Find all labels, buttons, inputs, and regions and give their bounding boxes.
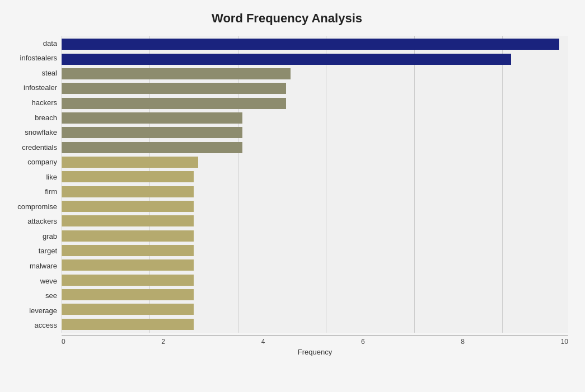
bar-row-compromise: [62, 200, 568, 213]
bar-row-see: [62, 288, 568, 301]
bar-malware: [62, 259, 194, 271]
y-label-grab: grab: [43, 229, 57, 243]
bar-see: [62, 289, 194, 300]
x-tick-2: 2: [161, 338, 165, 346]
y-label-snowflake: snowflake: [25, 125, 57, 140]
x-tick-10: 10: [561, 338, 568, 346]
bar-row-malware: [62, 258, 568, 272]
bar-row-grab: [62, 229, 568, 243]
bar-target: [62, 245, 194, 256]
bar-row-target: [62, 244, 568, 257]
y-label-steal: steal: [42, 65, 57, 80]
x-axis-area: 0246810 Frequency: [6, 335, 568, 356]
bar-row-data: [62, 37, 568, 51]
bar-row-snowflake: [62, 126, 568, 139]
bar-row-infostealers: [62, 53, 568, 66]
bar-row-company: [62, 155, 568, 169]
bar-row-weve: [62, 273, 568, 287]
bar-row-steal: [62, 67, 568, 81]
y-label-compromise: compromise: [17, 199, 57, 214]
bar-data: [62, 39, 559, 50]
y-label-like: like: [46, 169, 57, 184]
y-label-infostealer: infostealer: [24, 81, 57, 95]
chart-container: Word Frequency Analysis datainfostealers…: [0, 0, 585, 392]
x-tick-6: 6: [361, 338, 365, 346]
x-tick-4: 4: [261, 338, 265, 346]
bar-weve: [62, 275, 194, 286]
bar-row-hackers: [62, 97, 568, 110]
bar-like: [62, 171, 194, 182]
bar-row-breach: [62, 111, 568, 125]
bar-access: [62, 319, 194, 330]
bar-row-attackers: [62, 214, 568, 228]
y-axis: datainfostealersstealinfostealerhackersb…: [6, 36, 62, 333]
y-label-target: target: [39, 244, 57, 258]
x-axis-label: Frequency: [62, 348, 568, 356]
bar-row-like: [62, 170, 568, 183]
x-tick-0: 0: [62, 338, 65, 346]
bar-company: [62, 157, 198, 168]
y-label-credentials: credentials: [22, 140, 57, 154]
y-label-malware: malware: [30, 258, 57, 273]
bar-infostealer: [62, 83, 286, 94]
bar-attackers: [62, 215, 194, 226]
bar-hackers: [62, 98, 286, 109]
y-label-access: access: [35, 318, 57, 333]
y-label-leverage: leverage: [29, 303, 57, 318]
plot-area: [62, 36, 568, 333]
bar-row-access: [62, 318, 568, 331]
bar-row-firm: [62, 185, 568, 199]
bar-breach: [62, 112, 242, 124]
y-label-data: data: [43, 36, 57, 50]
y-label-attackers: attackers: [27, 214, 57, 229]
y-label-firm: firm: [45, 185, 57, 199]
bar-leverage: [62, 304, 194, 315]
y-label-breach: breach: [35, 110, 57, 125]
bar-row-credentials: [62, 141, 568, 154]
x-tick-8: 8: [461, 338, 465, 346]
y-label-see: see: [45, 289, 57, 303]
bar-row-infostealer: [62, 82, 568, 95]
y-label-company: company: [27, 155, 57, 169]
chart-title: Word Frequency Analysis: [6, 11, 568, 26]
y-label-hackers: hackers: [31, 95, 57, 110]
y-label-infostealers: infostealers: [20, 51, 57, 65]
bar-infostealers: [62, 54, 511, 65]
bar-snowflake: [62, 127, 242, 138]
bar-steal: [62, 68, 291, 79]
y-label-weve: weve: [40, 273, 57, 288]
bar-compromise: [62, 201, 194, 212]
bar-row-leverage: [62, 303, 568, 316]
bar-grab: [62, 230, 194, 242]
bar-credentials: [62, 142, 242, 153]
bar-firm: [62, 186, 194, 197]
